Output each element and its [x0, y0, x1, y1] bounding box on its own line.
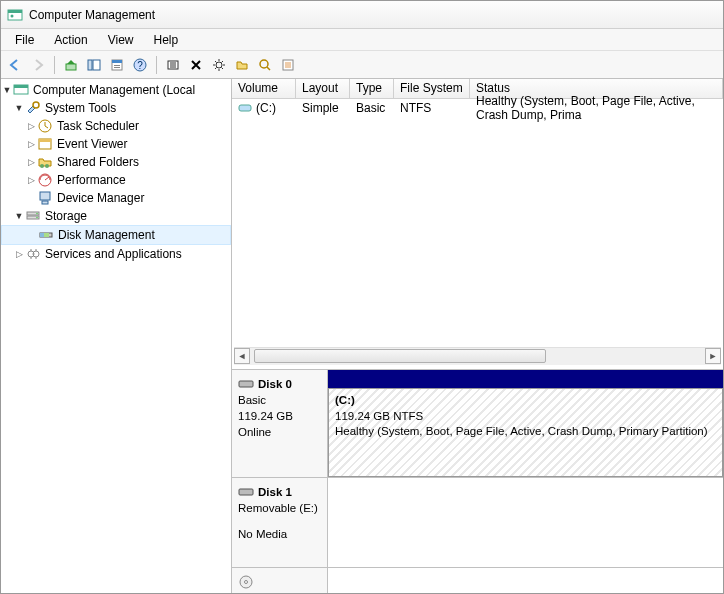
disk-name: Disk 0: [258, 376, 292, 392]
tree-root[interactable]: ▼ Computer Management (Local: [1, 81, 231, 99]
menu-file[interactable]: File: [5, 31, 44, 49]
svg-rect-1: [8, 10, 22, 13]
tree-shared-folders[interactable]: ▷ Shared Folders: [1, 153, 231, 171]
tree-label: System Tools: [45, 101, 116, 115]
show-hide-tree-button[interactable]: [84, 55, 104, 75]
expand-icon[interactable]: ▷: [25, 121, 37, 131]
svg-rect-4: [88, 60, 92, 70]
disk-info: [232, 568, 328, 593]
up-button[interactable]: [61, 55, 81, 75]
svg-rect-37: [239, 105, 251, 111]
tree-label: Event Viewer: [57, 137, 127, 151]
svg-point-2: [11, 14, 14, 17]
tree-storage[interactable]: ▼ Storage: [1, 207, 231, 225]
tools-icon: [25, 100, 41, 116]
disk-graphical-view: Disk 0 Basic 119.24 GB Online (C:) 119.2…: [232, 369, 723, 593]
tree-disk-management[interactable]: ▷ Disk Management: [1, 225, 231, 245]
drive-icon: [238, 103, 252, 113]
window-title: Computer Management: [29, 8, 155, 22]
tree-label: Device Manager: [57, 191, 144, 205]
svg-point-14: [260, 60, 268, 68]
disk-row[interactable]: [232, 568, 723, 593]
settings-button[interactable]: [209, 55, 229, 75]
disk-volumes: (C:) 119.24 GB NTFS Healthy (System, Boo…: [328, 370, 723, 477]
tree-system-tools[interactable]: ▼ System Tools: [1, 99, 231, 117]
expand-icon[interactable]: ▼: [1, 85, 13, 95]
expand-icon[interactable]: ▷: [25, 139, 37, 149]
disk-state: No Media: [238, 526, 321, 542]
volume-name: (C:): [256, 101, 276, 115]
forward-button[interactable]: [28, 55, 48, 75]
cd-icon: [238, 574, 254, 590]
clock-icon: [37, 118, 53, 134]
col-type[interactable]: Type: [350, 79, 394, 98]
disk-name: Disk 1: [258, 484, 292, 500]
partition-box[interactable]: (C:) 119.24 GB NTFS Healthy (System, Boo…: [328, 388, 723, 477]
svg-point-23: [40, 164, 44, 168]
properties-button[interactable]: [107, 55, 127, 75]
tree-task-scheduler[interactable]: ▷ Task Scheduler: [1, 117, 231, 135]
svg-point-41: [245, 581, 248, 584]
col-filesystem[interactable]: File System: [394, 79, 470, 98]
back-button[interactable]: [5, 55, 25, 75]
storage-icon: [25, 208, 41, 224]
tree-label: Performance: [57, 173, 126, 187]
action3-button[interactable]: [255, 55, 275, 75]
disk-row[interactable]: Disk 0 Basic 119.24 GB Online (C:) 119.2…: [232, 370, 723, 478]
volume-row[interactable]: (C:) Simple Basic NTFS Healthy (System, …: [232, 99, 723, 117]
action4-button[interactable]: [278, 55, 298, 75]
no-media-box: [328, 478, 723, 567]
right-pane: Volume Layout Type File System Status (C…: [232, 79, 723, 593]
expand-icon[interactable]: ▷: [25, 157, 37, 167]
svg-rect-8: [114, 65, 120, 66]
menu-help[interactable]: Help: [144, 31, 189, 49]
col-layout[interactable]: Layout: [296, 79, 350, 98]
disk-mgmt-icon: [38, 227, 54, 243]
services-icon: [25, 246, 41, 262]
disk-type: Removable (E:): [238, 500, 321, 516]
svg-rect-18: [14, 85, 28, 88]
svg-text:?: ?: [137, 60, 143, 71]
menu-action[interactable]: Action: [44, 31, 97, 49]
volume-fs: NTFS: [394, 101, 470, 115]
device-icon: [37, 190, 53, 206]
partition-header-strip: [328, 370, 723, 388]
tree-event-viewer[interactable]: ▷ Event Viewer: [1, 135, 231, 153]
help-button[interactable]: ?: [130, 55, 150, 75]
svg-rect-5: [93, 60, 100, 70]
shared-folder-icon: [37, 154, 53, 170]
tree-label: Task Scheduler: [57, 119, 139, 133]
disk-info: Disk 1 Removable (E:) No Media: [232, 478, 328, 567]
col-volume[interactable]: Volume: [232, 79, 296, 98]
tree-performance[interactable]: ▷ Performance: [1, 171, 231, 189]
action2-button[interactable]: [232, 55, 252, 75]
expand-icon[interactable]: ▼: [13, 211, 25, 221]
disk-icon: [238, 487, 254, 497]
svg-rect-34: [44, 233, 49, 237]
svg-rect-26: [40, 192, 50, 200]
svg-rect-3: [66, 64, 76, 70]
tree-services-apps[interactable]: ▷ Services and Applications: [1, 245, 231, 263]
tree-device-manager[interactable]: ▷ Device Manager: [1, 189, 231, 207]
expand-icon[interactable]: ▷: [25, 175, 37, 185]
tree-label: Services and Applications: [45, 247, 182, 261]
svg-rect-33: [40, 233, 44, 237]
scroll-thumb[interactable]: [254, 349, 546, 363]
disk-row[interactable]: Disk 1 Removable (E:) No Media: [232, 478, 723, 568]
svg-rect-9: [114, 67, 120, 68]
svg-rect-16: [285, 62, 291, 68]
volume-type: Basic: [350, 101, 394, 115]
svg-rect-39: [239, 489, 253, 495]
svg-rect-7: [112, 60, 122, 63]
expand-icon[interactable]: ▷: [13, 249, 25, 259]
delete-button[interactable]: [186, 55, 206, 75]
scroll-left-button[interactable]: ◄: [234, 348, 250, 364]
horizontal-scrollbar[interactable]: ◄ ►: [234, 347, 721, 365]
expand-icon[interactable]: ▼: [13, 103, 25, 113]
scroll-right-button[interactable]: ►: [705, 348, 721, 364]
svg-point-24: [45, 164, 49, 168]
toolbar: ?: [1, 51, 723, 79]
menu-view[interactable]: View: [98, 31, 144, 49]
action1-button[interactable]: [163, 55, 183, 75]
partition-name: (C:): [335, 393, 716, 409]
